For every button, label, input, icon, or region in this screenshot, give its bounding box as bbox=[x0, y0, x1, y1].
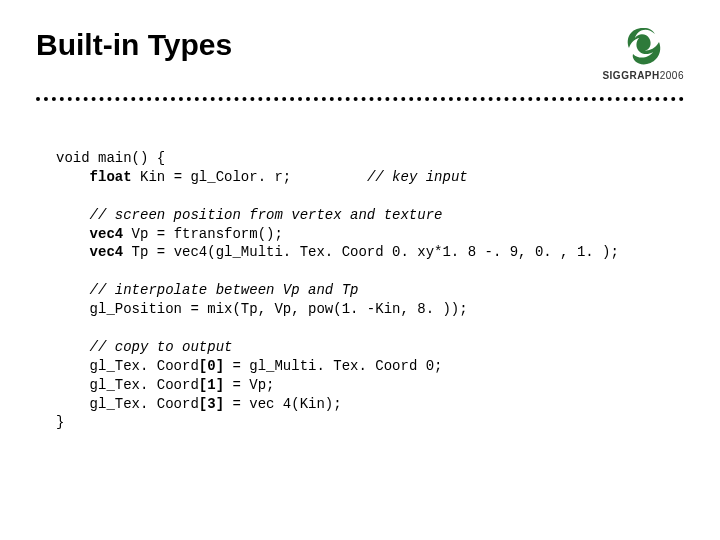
code-keyword: vec4 bbox=[90, 226, 124, 242]
code-keyword: [1] bbox=[199, 377, 224, 393]
code-text: gl_Position = mix(Tp, Vp, pow(1. -Kin, 8… bbox=[90, 301, 468, 317]
code-text: gl_Tex. Coord bbox=[90, 358, 199, 374]
logo-text: SIGGRAPH2006 bbox=[602, 70, 684, 81]
code-comment: // screen position from vertex and textu… bbox=[90, 207, 443, 223]
code-keyword: float bbox=[90, 169, 132, 185]
code-comment: // interpolate between Vp and Tp bbox=[90, 282, 359, 298]
code-comment: // key input bbox=[367, 169, 468, 185]
code-block: void main() { float Kin = gl_Color. r; /… bbox=[0, 101, 720, 432]
code-text: Vp = ftransform(); bbox=[123, 226, 283, 242]
code-text: = vec 4(Kin); bbox=[224, 396, 342, 412]
swirl-icon bbox=[621, 24, 665, 68]
code-keyword: [0] bbox=[199, 358, 224, 374]
code-text: Kin = gl_Color. r; bbox=[132, 169, 367, 185]
code-keyword: [3] bbox=[199, 396, 224, 412]
slide-header: Built-in Types SIGGRAPH2006 bbox=[0, 0, 720, 91]
code-line: } bbox=[56, 414, 64, 430]
code-text: = gl_Multi. Tex. Coord 0; bbox=[224, 358, 442, 374]
code-text: gl_Tex. Coord bbox=[90, 396, 199, 412]
page-title: Built-in Types bbox=[36, 28, 232, 62]
code-text: Tp = vec4(gl_Multi. Tex. Coord 0. xy*1. … bbox=[123, 244, 619, 260]
code-text: gl_Tex. Coord bbox=[90, 377, 199, 393]
code-text: = Vp; bbox=[224, 377, 274, 393]
code-keyword: vec4 bbox=[90, 244, 124, 260]
code-line: void main() { bbox=[56, 150, 165, 166]
code-comment: // copy to output bbox=[90, 339, 233, 355]
siggraph-logo: SIGGRAPH2006 bbox=[602, 24, 684, 81]
